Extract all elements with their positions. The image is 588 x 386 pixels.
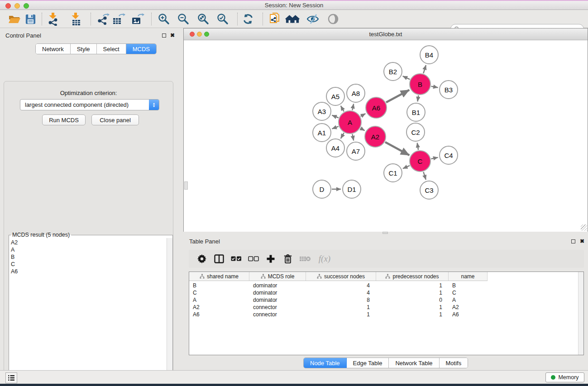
graph-node-a6[interactable]: A6	[365, 97, 387, 119]
graph-node-a1[interactable]: A1	[312, 123, 331, 142]
column-header-predecessor-nodes[interactable]: predecessor nodes	[376, 272, 449, 281]
zoom-out-button[interactable]	[176, 12, 191, 26]
deselect-all-button[interactable]	[245, 252, 262, 266]
run-mcds-button[interactable]: Run MCDS	[42, 114, 86, 125]
table-row[interactable]: Adominator80A	[189, 296, 488, 304]
table-row[interactable]: A2connector11A2	[189, 304, 488, 311]
network-overview-button[interactable]	[285, 12, 300, 26]
hide-graphics-details-button[interactable]	[306, 12, 320, 26]
tab-motifs[interactable]: Motifs	[440, 358, 468, 368]
graph-node-b1[interactable]: B1	[406, 103, 425, 122]
split-columns-button[interactable]	[210, 252, 228, 266]
graph-edge[interactable]	[332, 115, 338, 118]
graph-node-a3[interactable]: A3	[312, 102, 331, 121]
table-close-button[interactable]: ✖	[579, 238, 585, 244]
zoom-in-button[interactable]	[157, 12, 171, 26]
import-network-button[interactable]	[46, 12, 61, 26]
select-all-button[interactable]	[228, 252, 245, 266]
apply-layout-button[interactable]	[241, 12, 255, 26]
graph-edge[interactable]	[385, 142, 409, 155]
column-header-MCDS-role[interactable]: MCDS role	[249, 272, 306, 281]
tab-style[interactable]: Style	[71, 44, 97, 54]
graph-node-b3[interactable]: B3	[439, 80, 458, 99]
network-window-titlebar[interactable]: testGlobe.txt	[184, 29, 588, 40]
resize-grip-icon[interactable]	[581, 224, 587, 231]
left-scrollbar-handle[interactable]	[184, 181, 188, 190]
column-header-name[interactable]: name	[449, 272, 488, 281]
mcds-result-item[interactable]: C	[11, 261, 167, 268]
graph-edge[interactable]	[431, 157, 438, 159]
graph-edge[interactable]	[423, 65, 426, 73]
table-row[interactable]: Cdominator41C	[189, 289, 488, 296]
result-scrollbar[interactable]	[167, 238, 172, 385]
close-panel-button[interactable]: ✖	[169, 32, 176, 38]
create-column-button[interactable]	[262, 252, 279, 266]
column-header-successor-nodes[interactable]: successor nodes	[306, 272, 376, 281]
graph-edge[interactable]	[352, 104, 354, 110]
graph-node-c4[interactable]: C4	[439, 146, 458, 165]
tab-select[interactable]: Select	[97, 44, 126, 54]
graph-node-d[interactable]: D	[312, 180, 331, 199]
graph-node-c[interactable]: C	[409, 150, 431, 172]
open-session-button[interactable]	[7, 12, 22, 26]
graph-node-a8[interactable]: A8	[346, 84, 365, 103]
export-network-button[interactable]	[96, 12, 110, 26]
criterion-select[interactable]: largest connected component (directed) ▲…	[20, 99, 159, 110]
memory-button[interactable]: Memory	[545, 372, 584, 382]
graph-edge[interactable]	[386, 90, 409, 102]
graph-edge[interactable]	[403, 76, 410, 79]
mcds-result-item[interactable]: A	[11, 246, 167, 253]
horizontal-splitter-handle[interactable]	[382, 232, 388, 234]
graph-edge[interactable]	[403, 166, 410, 169]
show-graphics-details-button[interactable]	[326, 12, 340, 26]
mcds-result-item[interactable]: A2	[11, 239, 167, 246]
graph-node-b4[interactable]: B4	[420, 45, 439, 64]
graph-node-a[interactable]: A	[338, 110, 362, 134]
graph-edge[interactable]	[360, 128, 364, 130]
graph-edge[interactable]	[352, 134, 354, 140]
graph-edge[interactable]	[417, 95, 418, 102]
graph-node-a7[interactable]: A7	[346, 142, 365, 161]
graph-node-a4[interactable]: A4	[326, 138, 345, 157]
task-history-button[interactable]	[5, 372, 17, 383]
graph-node-b[interactable]: B	[409, 73, 431, 95]
graph-node-c2[interactable]: C2	[406, 123, 425, 142]
graph-node-a2[interactable]: A2	[364, 126, 386, 148]
graph-edge[interactable]	[341, 106, 344, 112]
graph-edge[interactable]	[423, 172, 425, 180]
zoom-fit-button[interactable]	[196, 12, 210, 26]
import-table-button[interactable]	[69, 12, 83, 26]
tab-edge-table[interactable]: Edge Table	[347, 358, 389, 368]
tab-network-table[interactable]: Network Table	[389, 358, 439, 368]
graph-edge[interactable]	[417, 143, 418, 150]
mcds-result-item[interactable]: A6	[11, 268, 167, 275]
graph-node-c3[interactable]: C3	[420, 181, 439, 200]
tab-mcds[interactable]: MCDS	[126, 44, 156, 54]
graph-node-c1[interactable]: C1	[383, 163, 402, 182]
mcds-result-item[interactable]: B	[11, 253, 167, 261]
graph-edge[interactable]	[341, 133, 344, 139]
save-session-button[interactable]	[23, 12, 38, 26]
tab-node-table[interactable]: Node Table	[304, 358, 347, 368]
duplicate-network-button[interactable]	[268, 12, 282, 26]
graph-node-a5[interactable]: A5	[326, 87, 345, 106]
zoom-selected-button[interactable]	[215, 12, 230, 26]
graph-edge[interactable]	[332, 126, 339, 129]
table-settings-button[interactable]	[193, 252, 210, 266]
delete-column-button[interactable]	[279, 252, 296, 266]
export-image-button[interactable]	[130, 12, 145, 26]
table-scrollbar[interactable]	[578, 272, 583, 355]
graph-node-b2[interactable]: B2	[383, 62, 402, 81]
tab-network[interactable]: Network	[36, 44, 71, 54]
table-row[interactable]: A6connector11A6	[189, 311, 488, 318]
float-panel-button[interactable]	[161, 32, 167, 38]
graph-edge[interactable]	[431, 86, 438, 88]
graph-node-d1[interactable]: D1	[342, 180, 361, 199]
table-float-button[interactable]	[570, 238, 576, 244]
column-header-shared-name[interactable]: shared name	[189, 272, 249, 281]
close-panel-action-button[interactable]: Close panel	[91, 114, 139, 125]
table-row[interactable]: Bdominator41B	[189, 282, 488, 289]
export-table-button[interactable]	[111, 12, 126, 26]
network-canvas[interactable]: B4B2BB3A5A8A6A3B1AA1C2A2A4A7C4CC1C3DD1	[184, 40, 588, 232]
graph-edge[interactable]	[361, 114, 366, 116]
